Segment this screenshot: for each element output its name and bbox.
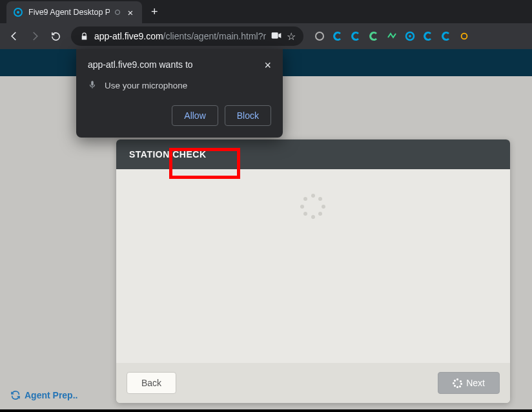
agent-prep-label: Agent Prep.. [25,390,77,400]
extension-icons [314,30,470,42]
tab-bar: Five9 Agent Desktop Plus × + [0,0,532,23]
next-label: Next [466,378,485,388]
tab-title: Five9 Agent Desktop Plus [28,8,110,17]
back-button-card[interactable]: Back [127,372,176,394]
allow-button[interactable]: Allow [172,105,218,126]
block-button[interactable]: Block [225,105,271,126]
extension-icon-9[interactable] [458,30,470,42]
extension-icon-8[interactable] [440,30,452,42]
svg-point-3 [316,32,323,40]
extension-icon-2[interactable] [332,30,343,42]
url-bar[interactable]: app-atl.five9.com/clients/agent/main.htm… [71,26,303,46]
tab-audio-indicator [115,10,120,15]
extension-icon-3[interactable] [350,30,362,42]
extension-icon-4[interactable] [368,30,380,42]
five9-favicon [13,7,23,17]
close-icon[interactable]: × [264,59,271,71]
permission-title: app-atl.five9.com wants to [88,59,193,70]
browser-tab[interactable]: Five9 Agent Desktop Plus × [6,1,142,23]
page-content: STATION CHECK Back Next [0,49,532,409]
svg-rect-7 [92,87,92,88]
lock-icon [79,32,89,41]
back-button[interactable] [5,27,23,45]
bookmark-star-icon[interactable]: ☆ [287,30,296,43]
new-tab-button[interactable]: + [151,5,158,19]
card-footer: Back Next [116,363,510,403]
browser-chrome: Five9 Agent Desktop Plus × + app-atl.fiv… [0,0,532,49]
card-body [116,169,510,363]
next-spinner-icon [453,378,462,387]
tab-close-icon[interactable]: × [125,7,136,18]
extension-icon-6[interactable] [404,30,416,42]
microphone-icon [88,80,97,91]
svg-point-1 [17,11,19,14]
svg-point-6 [462,34,467,39]
reload-button[interactable] [46,27,65,45]
refresh-icon [10,390,21,400]
browser-toolbar: app-atl.five9.com/clients/agent/main.htm… [0,23,532,49]
svg-rect-2 [272,32,278,38]
permission-popup: app-atl.five9.com wants to × Use your mi… [76,49,283,138]
agent-prep-link[interactable]: Agent Prep.. [10,390,77,400]
svg-point-5 [409,35,411,37]
forward-button[interactable] [26,27,44,45]
camera-icon[interactable] [271,30,281,42]
next-button[interactable]: Next [438,372,500,394]
url-text: app-atl.five9.com/clients/agent/main.htm… [94,31,266,41]
extension-icon-5[interactable] [386,30,398,42]
loading-spinner-icon [300,194,326,220]
extension-icon-1[interactable] [314,30,325,42]
permission-request-text: Use your microphone [105,81,187,90]
card-title: STATION CHECK [116,139,510,169]
station-check-card: STATION CHECK Back Next [116,139,510,403]
extension-icon-7[interactable] [422,30,434,42]
